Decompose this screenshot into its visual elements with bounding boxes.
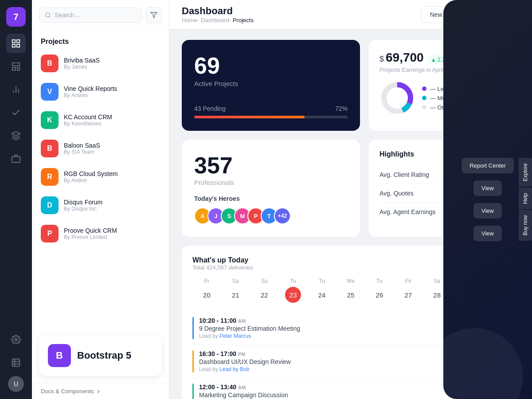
day-number: 22 [256,287,272,303]
day-name: Tu [308,278,336,284]
project-icon: D [41,196,59,214]
professionals-count: 357 [194,152,348,179]
project-name: Proove Quick CRM [64,227,117,234]
project-name: Disqus Forum [64,199,102,206]
sidebar-icon-settings[interactable] [6,330,26,349]
svg-rect-3 [17,44,20,47]
project-by: By Andrei [64,177,117,184]
day-item[interactable]: Tu 23 [279,278,308,303]
avatars-row: AJSMPT+42 [194,207,348,224]
svg-rect-0 [12,40,15,43]
day-name: Su [250,278,279,284]
project-icon: B [41,140,59,157]
day-number: 28 [429,287,445,303]
day-name: Sa [221,278,250,284]
overlay-blob [443,328,523,399]
pending-label: 43 Pending [194,105,226,112]
day-item[interactable]: Sa 21 [221,278,250,303]
svg-rect-11 [12,156,20,162]
day-item[interactable]: Tu 26 [365,278,394,303]
day-number: 27 [400,287,416,303]
day-number: 21 [227,287,243,303]
progress-bar-fill [194,116,305,118]
pending-row: 43 Pending 72% [194,105,348,112]
svg-point-17 [46,13,50,17]
legend-dot [422,105,426,110]
day-item[interactable]: Fr 20 [192,278,221,303]
side-tab-explore[interactable]: Explore [519,158,532,187]
sidebar-icon-layers[interactable] [6,126,26,145]
project-name: Baloon SaaS [64,142,100,149]
view-button-2[interactable]: View [473,203,502,219]
day-number: 25 [343,287,359,303]
highlight-label: Avg. Agent Earnings [379,208,436,215]
day-name: We [336,278,365,284]
sidebar-icon-layout[interactable] [6,57,26,76]
view-button-1[interactable]: View [473,180,502,196]
sidebar-icon-chart[interactable] [6,80,26,99]
project-by: By Keenthemes [64,121,112,127]
sidebar-icon-grid[interactable] [6,34,26,53]
search-input-wrap[interactable] [39,8,142,23]
legend-dot [422,86,426,91]
day-item[interactable]: Fri 27 [394,278,422,303]
main-wrapper: Dashboard Home- Dashboard- Projects New … [169,0,532,399]
svg-line-18 [49,16,51,18]
header-left: Dashboard Home- Dashboard- Projects [182,5,254,23]
project-info: KC Account CRM By Keenthemes [64,113,112,127]
filter-icon [150,12,157,19]
search-input[interactable] [55,12,137,19]
event-title: Dashboard UI/UX Design Review [199,358,291,365]
project-name: RGB Cloud System [64,170,117,177]
active-projects-label: Active Projects [194,80,348,87]
event-time: 10:20 - 11:00 AM [199,317,300,324]
project-item[interactable]: B Briviba SaaS By James [32,49,169,78]
search-bar [32,0,169,31]
day-item[interactable]: We 25 [336,278,365,303]
calendar-title: What's up Today [192,256,253,264]
sidebar-icon-table[interactable] [6,353,26,372]
event-lead-link[interactable]: Peter Marcus [219,333,251,339]
project-name: KC Account CRM [64,113,112,121]
project-icon: B [41,55,59,72]
project-by: By James [64,64,100,70]
event-lead: Lead by Peter Marcus [199,333,300,339]
side-tab-buy[interactable]: Buy now [519,210,532,241]
event-lead-link[interactable]: Lead by Bob [219,366,249,372]
project-item[interactable]: K KC Account CRM By Keenthemes [32,106,169,134]
filter-button[interactable] [146,7,162,23]
project-by: By Andres [64,92,117,98]
sidebar: 7 U [0,0,32,399]
svg-rect-6 [17,67,20,70]
day-item[interactable]: Su 22 [250,278,279,303]
day-name: Fr [192,278,221,284]
donut-chart [379,80,415,116]
project-list: B Briviba SaaS By James V Vine Quick Rep… [32,49,169,328]
heroes-title: Today's Heroes [194,195,348,202]
projects-title: Projects [32,31,169,49]
project-item[interactable]: P Proove Quick CRM By Proove Limited [32,219,169,248]
project-item[interactable]: V Vine Quick Reports By Andres [32,78,169,106]
project-item[interactable]: D Disqus Forum By Disqus Inc. [32,191,169,219]
docs-link[interactable]: Docs & Components [32,383,169,399]
event-lead: Lead by Lead by Bob [199,366,291,372]
side-tab-help[interactable]: Help [519,188,532,209]
report-center-button[interactable]: Report Center [462,158,514,173]
highlight-label: Avg. Client Rating [379,171,429,178]
svg-rect-1 [17,40,20,43]
chevron-right-icon [95,388,102,395]
project-icon: R [41,168,59,186]
svg-rect-4 [12,63,20,66]
user-avatar[interactable]: U [8,376,24,392]
svg-rect-2 [12,44,15,47]
view-button-3[interactable]: View [473,226,502,241]
project-item[interactable]: R RGB Cloud System By Andrei [32,163,169,191]
earnings-amount: $ 69,700 [379,51,424,65]
highlight-label: Avg. Quotes [379,190,414,197]
sidebar-icon-briefcase[interactable] [6,149,26,168]
sidebar-icon-check[interactable] [6,103,26,122]
app-version[interactable]: 7 [6,7,26,27]
project-item[interactable]: B Baloon SaaS By SIA Team [32,134,169,163]
day-item[interactable]: Tu 24 [308,278,336,303]
event-details: 12:00 - 13:40 AM Marketing Campaign Disc… [199,383,288,399]
